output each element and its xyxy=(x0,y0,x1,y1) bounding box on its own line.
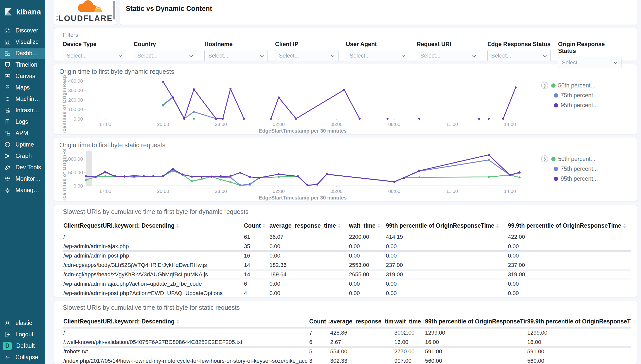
legend-swatch[interactable] xyxy=(551,83,556,88)
legend-swatch[interactable] xyxy=(554,177,558,181)
table-row[interactable]: /wp-admin/admin-ajax.php350.000.000.000.… xyxy=(63,242,631,251)
legend-swatch[interactable] xyxy=(551,157,556,161)
sidebar-item-canvas[interactable]: Canvas xyxy=(0,70,45,82)
sidebar-item-monitoring[interactable]: Monitoring xyxy=(0,173,45,185)
table-cell: 35 xyxy=(243,242,269,251)
legend-label[interactable]: 50th percent... xyxy=(558,82,595,89)
table-row[interactable]: /wp-admin/admin-post.php160.000.000.000.… xyxy=(63,251,631,260)
filter-select-edge-response-status[interactable]: Select... xyxy=(487,50,551,61)
table-cell: /cdn-cgi/apps/head/xVgyKhR-vV3dAUGhMqfBc… xyxy=(63,270,243,279)
column-header[interactable]: 99th percentile of OriginResponseTime xyxy=(424,317,527,328)
column-header[interactable]: 99.9th percentile of OriginResponseTime xyxy=(527,317,631,328)
select-placeholder: Select... xyxy=(279,52,299,59)
table-row[interactable]: /.well-known/pki-validation/054075F6A27B… xyxy=(63,338,631,347)
column-header[interactable]: average_response_time xyxy=(269,221,348,232)
sort-icon[interactable] xyxy=(176,319,179,324)
sort-icon[interactable] xyxy=(262,224,265,228)
table-row[interactable]: /robots.txt5554.002770.00591.00591.00 xyxy=(63,347,631,356)
data-point xyxy=(239,172,241,174)
chevron-down-icon xyxy=(259,53,264,59)
sidebar-item-dashboard[interactable]: Dashboard xyxy=(0,48,45,59)
table-row[interactable]: /wp-admin/admin-post.php?Action=EWD_UFAQ… xyxy=(63,289,631,297)
y-tick-label: 1000.00 xyxy=(65,156,83,162)
data-point xyxy=(249,183,251,185)
sidebar-item-label: Logout xyxy=(15,331,33,338)
sort-icon[interactable] xyxy=(623,224,626,228)
column-header[interactable]: average_response_time xyxy=(330,317,394,328)
data-point xyxy=(123,175,126,177)
sidebar-item-apm[interactable]: APM xyxy=(0,128,45,139)
table-cell: 319.00 xyxy=(507,270,631,279)
legend-label[interactable]: 95th percent... xyxy=(561,175,598,182)
line-chart[interactable]: 17:0020:0023:0002:0005:0008:0011:0014:00… xyxy=(59,149,541,201)
dashboard-title-panel: Static vs Dynamic Content xyxy=(120,0,637,25)
sidebar-item-logs[interactable]: Logs xyxy=(0,116,45,128)
legend-toggle-icon[interactable]: ❯ xyxy=(541,155,548,162)
filter-select-request-uri[interactable]: Select... xyxy=(417,50,480,61)
data-point xyxy=(403,177,405,179)
column-header[interactable]: ClientRequestURI.keyword: Descending xyxy=(63,221,243,232)
legend-swatch[interactable] xyxy=(554,93,558,98)
sidebar-item-default[interactable]: DDefault xyxy=(0,340,45,352)
sidebar-item-collapse[interactable]: Collapse xyxy=(0,352,45,363)
sidebar-item-timelion[interactable]: Timelion xyxy=(0,59,45,70)
table-row[interactable]: /7428.863002.001299.001299.00 xyxy=(63,329,631,337)
sort-icon[interactable] xyxy=(423,319,424,324)
legend-swatch[interactable] xyxy=(554,103,558,107)
filter-select-origin-response-status[interactable]: Select... xyxy=(558,57,621,68)
cloudflare-wordmark: CLOUDFLARE® xyxy=(57,14,114,23)
sidebar-item-maps[interactable]: Maps xyxy=(0,82,45,93)
sort-icon[interactable] xyxy=(377,224,380,228)
filter-select-country[interactable]: Select... xyxy=(134,50,197,61)
table-row[interactable]: /cdn-cgi/apps/head/xVgyKhR-vV3dAUGhMqfBc… xyxy=(63,270,631,279)
line-chart[interactable]: 17:0020:0023:0002:0005:0008:0011:0014:00… xyxy=(59,75,541,134)
app-title: kibana xyxy=(16,8,41,16)
legend-toggle-icon[interactable]: ❯ xyxy=(541,82,548,89)
legend-label[interactable]: 50th percent... xyxy=(558,156,595,162)
data-point xyxy=(488,154,490,156)
table-row[interactable]: /index.php/2017/05/14/how-i-owned-my-mot… xyxy=(63,357,631,364)
table-row[interactable]: /6136.072200.00414.19422.00 xyxy=(63,233,631,241)
legend-swatch[interactable] xyxy=(554,167,558,171)
data-point xyxy=(181,173,183,175)
sidebar-item-visualize[interactable]: Visualize xyxy=(0,36,45,48)
sidebar-item-logout[interactable]: Logout xyxy=(0,329,45,340)
data-point xyxy=(249,176,251,178)
table-cell: /cdn-cgi/apps/body/3Lh52SjWTQ4HRlErJykHq… xyxy=(63,261,243,269)
sidebar-item-infrastructure[interactable]: Infrastructure xyxy=(0,105,45,116)
sort-icon[interactable] xyxy=(176,224,179,228)
column-header[interactable]: wait_time xyxy=(348,221,385,232)
filter-select-user-agent[interactable]: Select... xyxy=(346,50,409,61)
kibana-logo[interactable]: kibana xyxy=(0,5,45,25)
filter-select-client-ip[interactable]: Select... xyxy=(275,50,339,61)
sidebar-item-user[interactable]: elastic xyxy=(0,317,45,329)
sidebar-item-discover[interactable]: Discover xyxy=(0,25,45,36)
column-header[interactable]: 99.9th percentile of OriginResponseTime xyxy=(507,221,631,232)
column-header[interactable]: ClientRequestURI.keyword: Descending xyxy=(63,317,309,328)
sidebar-item-graph[interactable]: Graph xyxy=(0,150,45,162)
sidebar-item-ml[interactable]: Machine Le... xyxy=(0,93,45,105)
table-cell: 0.00 xyxy=(348,251,385,260)
table-row[interactable]: /wp-admin/admin-ajax.php?action=update_z… xyxy=(63,280,631,288)
legend-label[interactable]: 95th percent... xyxy=(561,102,598,109)
column-header[interactable]: Count xyxy=(243,221,269,232)
column-header[interactable]: 99th percentile of OriginResponseTime xyxy=(385,221,507,232)
column-header[interactable]: wait_time xyxy=(394,317,424,328)
sidebar-item-devtools[interactable]: Dev Tools xyxy=(0,162,45,173)
table-cell: 4 xyxy=(243,289,269,297)
legend-label[interactable]: 75th percent... xyxy=(561,92,598,99)
table-row[interactable]: /cdn-cgi/apps/body/3Lh52SjWTQ4HRlErJykHq… xyxy=(63,261,631,269)
column-header[interactable]: Count xyxy=(309,317,330,328)
sidebar-item-management[interactable]: Management xyxy=(0,185,45,196)
filter-select-hostname[interactable]: Select... xyxy=(204,50,268,61)
panel-scrollbar-thumb[interactable] xyxy=(113,1,115,20)
sort-icon[interactable] xyxy=(338,224,341,228)
data-point xyxy=(488,176,490,178)
filter-select-device-type[interactable]: Select... xyxy=(63,50,126,61)
sort-icon[interactable] xyxy=(328,319,330,324)
table-cell: 2.67 xyxy=(330,338,394,347)
legend-label[interactable]: 75th percent... xyxy=(561,166,598,172)
sidebar-item-uptime[interactable]: Uptime xyxy=(0,139,45,150)
sort-icon[interactable] xyxy=(496,224,499,228)
select-placeholder: Select... xyxy=(137,52,157,59)
